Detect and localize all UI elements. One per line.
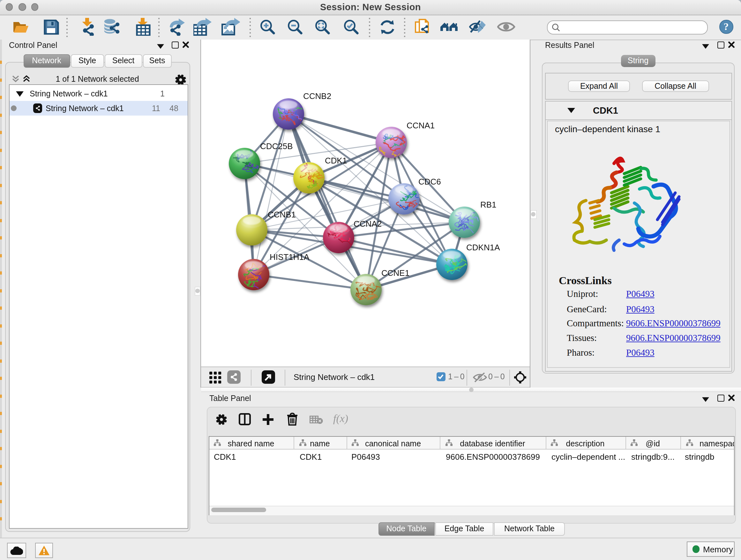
svg-text:CCNB2: CCNB2	[303, 91, 331, 101]
svg-text:CCNA1: CCNA1	[406, 121, 434, 130]
svg-text:HIST1H1A: HIST1H1A	[269, 252, 309, 262]
svg-text:CDKN1A: CDKN1A	[466, 243, 500, 252]
svg-text:CDK1: CDK1	[325, 156, 347, 165]
svg-text:CDC6: CDC6	[418, 177, 441, 186]
svg-text:RB1: RB1	[480, 200, 496, 209]
svg-text:CCNE1: CCNE1	[381, 268, 409, 278]
svg-text:CCNA2: CCNA2	[353, 219, 381, 229]
svg-text:CCNB1: CCNB1	[267, 210, 295, 219]
svg-text:CDC25B: CDC25B	[260, 141, 293, 151]
